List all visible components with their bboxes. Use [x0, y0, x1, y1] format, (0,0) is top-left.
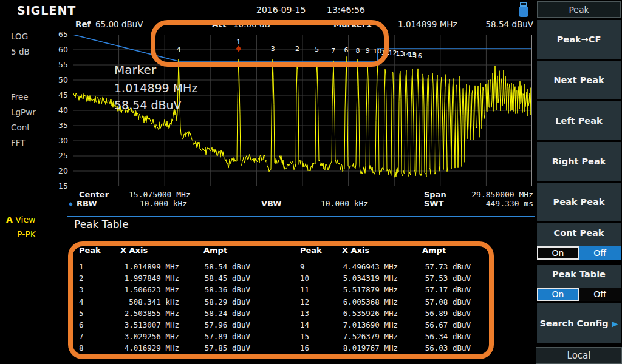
peak-table-cell: 58.45 dBuV: [179, 274, 250, 285]
peak-table-cell: 7.013690 MHz: [342, 320, 398, 332]
peak-table-cell: 10: [300, 274, 342, 285]
spectrum-analyzer-screen: SIGLENT 2016-09-15 13:46:56 LOG5 dBFreeL…: [0, 0, 622, 364]
y-tick-65: 65: [53, 30, 68, 39]
svg-text:7: 7: [331, 47, 335, 55]
vbw-value: 10.000 kHz: [321, 199, 368, 208]
svg-text:3: 3: [271, 45, 275, 53]
peak-table-cell: 14: [300, 320, 342, 332]
y-tick-20: 20: [53, 166, 68, 175]
peak-table-cell: 7: [79, 332, 120, 343]
peak-table-cell: 15: [300, 332, 342, 343]
peak-table-cell: 57.17 dBuV: [398, 285, 471, 297]
peak-table-cell: 57.85 dBuV: [179, 343, 250, 355]
peak-table-off-toggle[interactable]: Off: [579, 288, 621, 301]
right-peak-button[interactable]: Right Peak: [537, 142, 621, 181]
left-label-lgpwr: LgPwr: [11, 107, 36, 117]
y-tick-55: 55: [53, 60, 68, 69]
center-label: Center: [79, 190, 109, 199]
peak-table-cell: 58.54 dBuV: [179, 262, 250, 274]
y-tick-25: 25: [53, 151, 68, 160]
peak-table-header-peak: Peak: [79, 246, 120, 262]
peak-table-cell: 56.34 dBuV: [398, 332, 471, 343]
peak-table-group: Peak Table On Off: [537, 265, 621, 301]
peak-table-cell: 56.89 dBuV: [398, 309, 471, 320]
att-label: Att: [212, 19, 226, 29]
peak-table-cell: 1.506623 MHz: [120, 285, 179, 297]
cont-peak-group: Cont Peak On Off: [537, 223, 621, 260]
cont-peak-off-toggle[interactable]: Off: [579, 246, 621, 260]
y-tick-60: 60: [53, 45, 68, 54]
marker-readout-title: Marker: [114, 62, 156, 77]
marker-readout-ampl: 58.54 dBuV: [114, 98, 182, 112]
y-tick-15: 15: [53, 181, 68, 190]
peak-table-cell: 12: [300, 297, 342, 309]
peak-table-toggle-label: Peak Table: [537, 269, 621, 279]
peak-table-title: Peak Table: [74, 218, 129, 231]
search-config-button[interactable]: Search Config ▶: [537, 303, 621, 343]
left-peak-button[interactable]: Left Peak: [537, 101, 621, 140]
peak-table-cell: 6.535926 MHz: [342, 309, 398, 320]
peak-table-cell: 5.517879 MHz: [342, 285, 398, 297]
marker1-ampl-value: 58.54 dBuV: [485, 19, 533, 29]
peak-table-cell: 58.36 dBuV: [179, 285, 250, 297]
peak-to-cf-button[interactable]: Peak→CF: [537, 20, 621, 59]
peak-table-cell: 58.29 dBuV: [179, 297, 250, 309]
peak-table-cell: 11: [300, 285, 342, 297]
peak-table-cell: 58.24 dBuV: [179, 309, 250, 320]
status-time: 13:46:56: [327, 5, 365, 15]
att-value: 10.00 dB: [233, 19, 270, 29]
section-divider-line: [67, 216, 535, 217]
svg-text:4: 4: [177, 46, 181, 53]
svg-text:6: 6: [344, 46, 348, 54]
peak-table-right: PeakX AxisAmpt94.496943 MHz57.73 dBuV105…: [300, 246, 471, 356]
peak-table-cell: 4: [79, 297, 120, 309]
y-tick-45: 45: [53, 90, 68, 99]
peak-table-cell: 57.08 dBuV: [398, 297, 471, 309]
peak-table-cell: 8.019767 MHz: [342, 343, 398, 355]
trace-a-label: A: [6, 215, 13, 224]
peak-table-header-x-axis: X Axis: [342, 246, 398, 262]
swt-label: SWT: [424, 199, 444, 208]
peak-table-cell: 56.03 dBuV: [398, 343, 471, 355]
peak-table-on-toggle[interactable]: On: [537, 288, 579, 301]
y-tick-50: 50: [53, 75, 68, 84]
left-label-fft: FFT: [11, 138, 26, 147]
marker-readout-freq: 1.014899 MHz: [114, 81, 197, 95]
left-label-5-db: 5 dB: [11, 47, 30, 56]
peak-table-cell: 6: [79, 320, 120, 332]
peak-table-cell: 4.016929 MHz: [120, 343, 179, 355]
marker1-label: Marker1: [333, 19, 372, 29]
peak-table-cell: 1: [79, 262, 120, 274]
peak-table-cell: 5.034319 MHz: [342, 274, 398, 285]
ref-label: Ref: [75, 19, 91, 29]
next-peak-button[interactable]: Next Peak: [537, 61, 621, 99]
cont-peak-label: Cont Peak: [537, 228, 621, 238]
left-label-log: LOG: [11, 32, 28, 41]
cont-peak-on-toggle[interactable]: On: [537, 246, 579, 260]
peak-table-cell: 9: [300, 262, 342, 274]
peak-peak-button[interactable]: Peak Peak: [537, 183, 621, 221]
peak-table-header-peak: Peak: [300, 246, 342, 262]
svg-text:9: 9: [366, 47, 370, 55]
svg-text:10: 10: [373, 47, 381, 55]
peak-table-cell: 1.014899 MHz: [120, 262, 179, 274]
menu-title-peak: Peak: [537, 1, 621, 18]
peak-table-cell: 1.997849 MHz: [120, 274, 179, 285]
y-tick-30: 30: [53, 136, 68, 145]
swt-value: 449.330 ms: [486, 199, 533, 208]
siglent-logo: SIGLENT: [17, 4, 76, 17]
peak-table-cell: 7.526379 MHz: [342, 332, 398, 343]
peak-table-cell: 13: [300, 309, 342, 320]
peak-table-cell: 57.73 dBuV: [398, 262, 471, 274]
trace-detector-label: P-PK: [17, 229, 36, 239]
marker1-freq-value: 1.014899 MHz: [398, 19, 457, 29]
rbw-value: 10.000 kHz: [140, 199, 187, 208]
y-tick-35: 35: [53, 121, 68, 130]
rbw-label: RBW: [77, 199, 97, 208]
peak-table-cell: 5: [79, 309, 120, 320]
peak-table-cell: 57.53 dBuV: [398, 274, 471, 285]
local-button[interactable]: Local: [536, 347, 622, 364]
vbw-label: VBW: [261, 199, 282, 208]
peak-table-header-ampt: Ampt: [179, 246, 250, 262]
y-axis-tick-labels: 6560555045403530252015: [53, 35, 70, 186]
